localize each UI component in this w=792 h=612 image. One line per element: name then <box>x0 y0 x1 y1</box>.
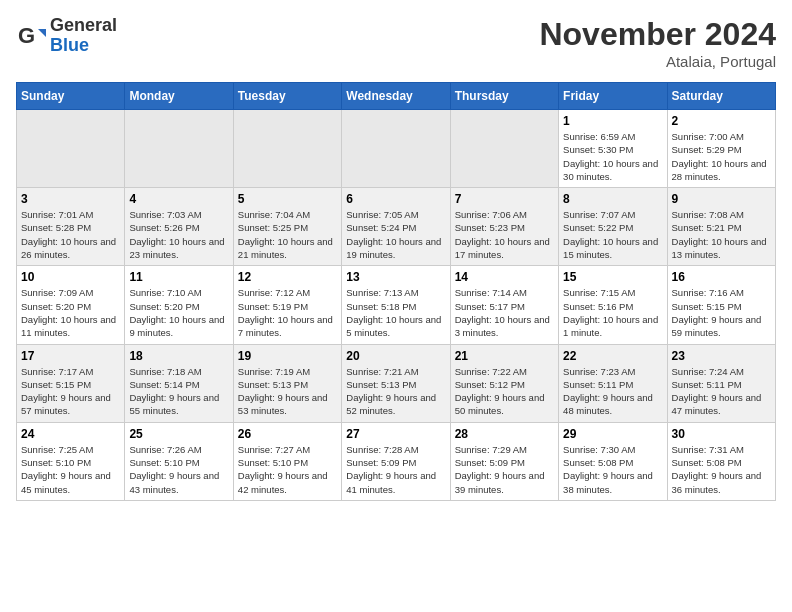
calendar-day-cell: 14Sunrise: 7:14 AMSunset: 5:17 PMDayligh… <box>450 266 558 344</box>
calendar-week-row: 10Sunrise: 7:09 AMSunset: 5:20 PMDayligh… <box>17 266 776 344</box>
weekday-header-saturday: Saturday <box>667 83 775 110</box>
day-number: 24 <box>21 427 120 441</box>
calendar-day-cell: 4Sunrise: 7:03 AMSunset: 5:26 PMDaylight… <box>125 188 233 266</box>
day-number: 25 <box>129 427 228 441</box>
calendar-day-cell: 11Sunrise: 7:10 AMSunset: 5:20 PMDayligh… <box>125 266 233 344</box>
calendar-day-cell: 30Sunrise: 7:31 AMSunset: 5:08 PMDayligh… <box>667 422 775 500</box>
calendar-day-cell: 26Sunrise: 7:27 AMSunset: 5:10 PMDayligh… <box>233 422 341 500</box>
calendar-day-cell: 18Sunrise: 7:18 AMSunset: 5:14 PMDayligh… <box>125 344 233 422</box>
calendar-table: SundayMondayTuesdayWednesdayThursdayFrid… <box>16 82 776 501</box>
day-info: Sunrise: 7:31 AMSunset: 5:08 PMDaylight:… <box>672 443 771 496</box>
day-info: Sunrise: 6:59 AMSunset: 5:30 PMDaylight:… <box>563 130 662 183</box>
calendar-day-cell: 22Sunrise: 7:23 AMSunset: 5:11 PMDayligh… <box>559 344 667 422</box>
calendar-day-cell <box>342 110 450 188</box>
calendar-day-cell: 12Sunrise: 7:12 AMSunset: 5:19 PMDayligh… <box>233 266 341 344</box>
day-info: Sunrise: 7:01 AMSunset: 5:28 PMDaylight:… <box>21 208 120 261</box>
day-info: Sunrise: 7:22 AMSunset: 5:12 PMDaylight:… <box>455 365 554 418</box>
calendar-day-cell <box>450 110 558 188</box>
day-number: 4 <box>129 192 228 206</box>
day-number: 11 <box>129 270 228 284</box>
day-info: Sunrise: 7:25 AMSunset: 5:10 PMDaylight:… <box>21 443 120 496</box>
day-number: 20 <box>346 349 445 363</box>
day-number: 13 <box>346 270 445 284</box>
weekday-header-thursday: Thursday <box>450 83 558 110</box>
day-info: Sunrise: 7:26 AMSunset: 5:10 PMDaylight:… <box>129 443 228 496</box>
day-info: Sunrise: 7:27 AMSunset: 5:10 PMDaylight:… <box>238 443 337 496</box>
calendar-day-cell: 19Sunrise: 7:19 AMSunset: 5:13 PMDayligh… <box>233 344 341 422</box>
day-number: 14 <box>455 270 554 284</box>
day-number: 30 <box>672 427 771 441</box>
calendar-day-cell: 2Sunrise: 7:00 AMSunset: 5:29 PMDaylight… <box>667 110 775 188</box>
day-number: 1 <box>563 114 662 128</box>
day-number: 5 <box>238 192 337 206</box>
day-number: 12 <box>238 270 337 284</box>
day-info: Sunrise: 7:30 AMSunset: 5:08 PMDaylight:… <box>563 443 662 496</box>
logo: G General Blue <box>16 16 117 56</box>
day-number: 28 <box>455 427 554 441</box>
calendar-day-cell <box>233 110 341 188</box>
page-header: G General Blue November 2024 Atalaia, Po… <box>16 16 776 70</box>
title-area: November 2024 Atalaia, Portugal <box>539 16 776 70</box>
calendar-week-row: 24Sunrise: 7:25 AMSunset: 5:10 PMDayligh… <box>17 422 776 500</box>
calendar-week-row: 1Sunrise: 6:59 AMSunset: 5:30 PMDaylight… <box>17 110 776 188</box>
day-number: 2 <box>672 114 771 128</box>
day-info: Sunrise: 7:04 AMSunset: 5:25 PMDaylight:… <box>238 208 337 261</box>
day-info: Sunrise: 7:17 AMSunset: 5:15 PMDaylight:… <box>21 365 120 418</box>
day-info: Sunrise: 7:19 AMSunset: 5:13 PMDaylight:… <box>238 365 337 418</box>
day-info: Sunrise: 7:14 AMSunset: 5:17 PMDaylight:… <box>455 286 554 339</box>
logo-general-text: General <box>50 16 117 36</box>
calendar-day-cell: 3Sunrise: 7:01 AMSunset: 5:28 PMDaylight… <box>17 188 125 266</box>
calendar-day-cell: 8Sunrise: 7:07 AMSunset: 5:22 PMDaylight… <box>559 188 667 266</box>
day-info: Sunrise: 7:21 AMSunset: 5:13 PMDaylight:… <box>346 365 445 418</box>
calendar-day-cell: 20Sunrise: 7:21 AMSunset: 5:13 PMDayligh… <box>342 344 450 422</box>
calendar-day-cell: 25Sunrise: 7:26 AMSunset: 5:10 PMDayligh… <box>125 422 233 500</box>
day-info: Sunrise: 7:10 AMSunset: 5:20 PMDaylight:… <box>129 286 228 339</box>
calendar-day-cell: 10Sunrise: 7:09 AMSunset: 5:20 PMDayligh… <box>17 266 125 344</box>
weekday-header-row: SundayMondayTuesdayWednesdayThursdayFrid… <box>17 83 776 110</box>
calendar-day-cell: 9Sunrise: 7:08 AMSunset: 5:21 PMDaylight… <box>667 188 775 266</box>
day-number: 16 <box>672 270 771 284</box>
day-info: Sunrise: 7:13 AMSunset: 5:18 PMDaylight:… <box>346 286 445 339</box>
calendar-day-cell: 5Sunrise: 7:04 AMSunset: 5:25 PMDaylight… <box>233 188 341 266</box>
day-info: Sunrise: 7:05 AMSunset: 5:24 PMDaylight:… <box>346 208 445 261</box>
calendar-day-cell: 28Sunrise: 7:29 AMSunset: 5:09 PMDayligh… <box>450 422 558 500</box>
logo-blue-text: Blue <box>50 36 117 56</box>
day-number: 9 <box>672 192 771 206</box>
calendar-week-row: 17Sunrise: 7:17 AMSunset: 5:15 PMDayligh… <box>17 344 776 422</box>
calendar-day-cell: 13Sunrise: 7:13 AMSunset: 5:18 PMDayligh… <box>342 266 450 344</box>
calendar-week-row: 3Sunrise: 7:01 AMSunset: 5:28 PMDaylight… <box>17 188 776 266</box>
day-info: Sunrise: 7:24 AMSunset: 5:11 PMDaylight:… <box>672 365 771 418</box>
logo-icon: G <box>16 21 46 51</box>
calendar-day-cell: 27Sunrise: 7:28 AMSunset: 5:09 PMDayligh… <box>342 422 450 500</box>
calendar-day-cell: 21Sunrise: 7:22 AMSunset: 5:12 PMDayligh… <box>450 344 558 422</box>
day-info: Sunrise: 7:16 AMSunset: 5:15 PMDaylight:… <box>672 286 771 339</box>
location-subtitle: Atalaia, Portugal <box>539 53 776 70</box>
calendar-day-cell: 16Sunrise: 7:16 AMSunset: 5:15 PMDayligh… <box>667 266 775 344</box>
day-info: Sunrise: 7:12 AMSunset: 5:19 PMDaylight:… <box>238 286 337 339</box>
day-number: 22 <box>563 349 662 363</box>
day-info: Sunrise: 7:28 AMSunset: 5:09 PMDaylight:… <box>346 443 445 496</box>
day-number: 27 <box>346 427 445 441</box>
day-number: 3 <box>21 192 120 206</box>
day-info: Sunrise: 7:15 AMSunset: 5:16 PMDaylight:… <box>563 286 662 339</box>
day-info: Sunrise: 7:09 AMSunset: 5:20 PMDaylight:… <box>21 286 120 339</box>
day-number: 23 <box>672 349 771 363</box>
calendar-day-cell: 15Sunrise: 7:15 AMSunset: 5:16 PMDayligh… <box>559 266 667 344</box>
calendar-day-cell: 29Sunrise: 7:30 AMSunset: 5:08 PMDayligh… <box>559 422 667 500</box>
weekday-header-friday: Friday <box>559 83 667 110</box>
calendar-day-cell: 17Sunrise: 7:17 AMSunset: 5:15 PMDayligh… <box>17 344 125 422</box>
calendar-day-cell: 6Sunrise: 7:05 AMSunset: 5:24 PMDaylight… <box>342 188 450 266</box>
calendar-day-cell: 7Sunrise: 7:06 AMSunset: 5:23 PMDaylight… <box>450 188 558 266</box>
day-number: 18 <box>129 349 228 363</box>
weekday-header-wednesday: Wednesday <box>342 83 450 110</box>
day-info: Sunrise: 7:06 AMSunset: 5:23 PMDaylight:… <box>455 208 554 261</box>
day-number: 15 <box>563 270 662 284</box>
weekday-header-tuesday: Tuesday <box>233 83 341 110</box>
day-info: Sunrise: 7:07 AMSunset: 5:22 PMDaylight:… <box>563 208 662 261</box>
calendar-day-cell: 24Sunrise: 7:25 AMSunset: 5:10 PMDayligh… <box>17 422 125 500</box>
day-info: Sunrise: 7:18 AMSunset: 5:14 PMDaylight:… <box>129 365 228 418</box>
day-info: Sunrise: 7:08 AMSunset: 5:21 PMDaylight:… <box>672 208 771 261</box>
calendar-day-cell: 1Sunrise: 6:59 AMSunset: 5:30 PMDaylight… <box>559 110 667 188</box>
weekday-header-sunday: Sunday <box>17 83 125 110</box>
day-number: 8 <box>563 192 662 206</box>
